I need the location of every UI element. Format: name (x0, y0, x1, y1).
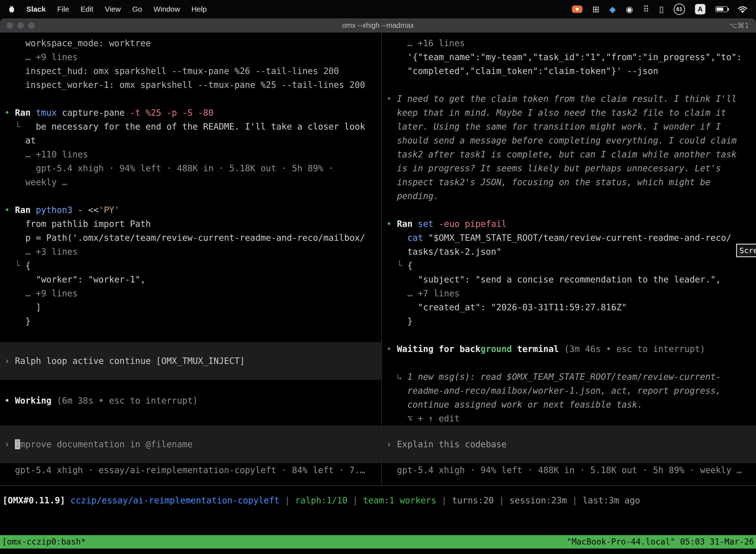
text-segment: turns:20 (452, 495, 494, 505)
text-segment: "worker": "worker-1", (4, 275, 145, 284)
text-segment: Working (15, 396, 57, 405)
text-segment: (6m 38s • esc to interrupt) (57, 396, 198, 405)
wifi-icon[interactable] (738, 5, 748, 13)
menu-bar-left: Slack File Edit View Go Window Help (8, 5, 207, 13)
window-controls (6, 22, 35, 29)
text-segment: gpt-5.4 xhigh · 94% left · 488K in · 5.1… (386, 465, 742, 475)
pane-divider-vertical[interactable] (381, 33, 382, 486)
menu-app-name[interactable]: Slack (26, 5, 46, 13)
menu-bar-status-icons: ⊞ ◆ ◉ ⠿ ▯ 61 A (572, 3, 748, 15)
circle-badge[interactable]: 61 (674, 3, 685, 15)
menu-go[interactable]: Go (132, 5, 142, 13)
text-cursor: I (15, 439, 20, 449)
close-button[interactable] (6, 22, 13, 29)
text-segment: from pathlib import Path (4, 219, 151, 229)
menu-edit[interactable]: Edit (81, 5, 93, 13)
terminal-line: • Ran set -euo pipefail (382, 217, 756, 231)
text-segment: ralph:1/10 (295, 495, 348, 505)
text-segment: (3m 46s • esc to interrupt) (564, 344, 705, 354)
menu-view[interactable]: View (105, 5, 121, 13)
tmux-host-clock: "MacBook-Pro-44.local" 05:03 31-Mar-26 (567, 535, 756, 549)
apple-icon (8, 5, 15, 13)
model-status-line: gpt-5.4 xhigh · essay/ai-reimplementatio… (0, 463, 381, 477)
terminal-window: workspace_mode: worktree … +9 lines insp… (0, 33, 756, 554)
input-source-icon[interactable]: A (695, 4, 705, 14)
terminal-line: } (382, 314, 756, 328)
text-segment: … +9 lines (4, 52, 78, 62)
terminal-line: └ { (382, 259, 756, 273)
composer-suggestion[interactable]: › Explain this codebase (382, 426, 756, 463)
terminal-line: } (0, 314, 381, 328)
terminal-line: p = Path('.omx/state/team/review-current… (0, 231, 381, 245)
text-segment: -euo pipefail (439, 219, 507, 229)
pane-divider-horizontal[interactable] (0, 486, 756, 486)
terminal-line: inspect task2's JSON, focusing on the st… (382, 175, 756, 189)
text-segment: … +16 lines (386, 38, 465, 48)
zoom-button[interactable] (28, 22, 35, 29)
text-segment: tasks/task-2.json" (386, 247, 502, 257)
text-segment: } (386, 316, 413, 326)
app-icon[interactable]: ◉ (626, 4, 633, 14)
terminal-line: "completed","claim_token":"claim-token"}… (382, 64, 756, 78)
terminal-line: is in progress? It seems likely but perh… (382, 161, 756, 175)
omx-hud-line: [OMX#0.11.9] cczip/essay/ai-reimplementa… (0, 493, 756, 507)
text-segment: keep that in mind. Maybe I also need the… (386, 108, 726, 118)
terminal-line: from pathlib import Path (0, 217, 381, 231)
window-shortcut-hint: ⌥⌘1 (729, 21, 749, 30)
terminal-line: should send a message before completing … (382, 133, 756, 148)
drop-icon[interactable]: ◆ (610, 4, 616, 14)
terminal-line: inspect_worker-1: omx sparkshell --tmux-… (0, 78, 381, 92)
display-icon[interactable]: ▯ (659, 4, 664, 14)
menu-file[interactable]: File (57, 5, 69, 13)
text-segment: later. Using the same for transition mig… (386, 122, 721, 131)
terminal-line: • Ran tmux capture-pane -t %25 -p -S -80 (0, 106, 381, 120)
screen-notification-overlay: Scre (736, 244, 756, 257)
grid-icon[interactable]: ⊞ (592, 4, 600, 14)
text-segment: Ralph loop active continue [OMX_TMUX_INJ… (15, 356, 245, 366)
text-segment: | (436, 495, 452, 505)
terminal-line: '{"team_name":"my-team","task_id":"1","f… (382, 50, 756, 64)
text-segment: | (494, 495, 509, 505)
text-segment: "completed","claim_token":"claim-token"}… (386, 66, 658, 76)
tmux-pane-right[interactable]: … +16 lines '{"team_name":"my-team","tas… (382, 33, 756, 486)
terminal-line: … +16 lines (382, 36, 756, 50)
text-segment: - << (78, 205, 99, 215)
dots-grid-icon[interactable]: ⠿ (643, 4, 649, 14)
text-segment: is in progress? It seems likely but perh… (386, 163, 721, 173)
terminal-line: weekly … (0, 175, 381, 189)
text-segment: capture-pane (62, 108, 130, 118)
text-segment: inspect task2's JSON, focusing on the st… (386, 177, 710, 187)
tmux-pane-left[interactable]: workspace_mode: worktree … +9 lines insp… (0, 33, 381, 486)
battery-nub (728, 8, 729, 11)
terminal-line (382, 356, 756, 370)
battery-icon[interactable] (715, 6, 728, 12)
terminal-line: gpt-5.4 xhigh · 94% left · 488K in · 5.1… (0, 161, 381, 175)
window-title-bar[interactable]: omx --xhigh --madmax ⌥⌘1 (0, 18, 756, 33)
menu-bar: Slack File Edit View Go Window Help ⊞ ◆ … (0, 0, 756, 18)
composer-input[interactable]: › Improve documentation in @filename (0, 426, 381, 463)
omx-hud-status: [OMX#0.11.9] cczip/essay/ai-reimplementa… (0, 493, 756, 507)
record-dot-icon (576, 8, 579, 11)
terminal-line: tasks/task-2.json" (382, 245, 756, 259)
terminal-line: at (0, 133, 381, 148)
terminal-line: "worker": "worker-1", (0, 273, 381, 286)
battery-fill (716, 7, 723, 11)
text-segment: Explain this codebase (397, 439, 507, 449)
text-segment: cczip/essay/ai-reimplementation-copyleft (70, 495, 279, 505)
text-segment: … +3 lines (4, 247, 78, 257)
terminal-line: inspect_hud: omx sparkshell --tmux-pane … (0, 64, 381, 78)
text-segment: | (279, 495, 295, 505)
terminal-line: • Waiting for background terminal (3m 46… (382, 342, 756, 356)
terminal-line (0, 189, 381, 203)
text-segment: weekly … (4, 177, 67, 187)
model-status-line: gpt-5.4 xhigh · 94% left · 488K in · 5.1… (382, 463, 756, 477)
menu-window[interactable]: Window (153, 5, 180, 13)
terminal-line: "subject": "send a concise recommendatio… (382, 273, 756, 286)
text-segment: • (4, 108, 15, 118)
apple-menu[interactable] (8, 5, 15, 13)
terminal-line (382, 328, 756, 342)
screen-recording-indicator[interactable] (572, 5, 582, 13)
menu-help[interactable]: Help (191, 5, 207, 13)
text-segment: tmux (36, 108, 62, 118)
minimize-button[interactable] (17, 22, 24, 29)
